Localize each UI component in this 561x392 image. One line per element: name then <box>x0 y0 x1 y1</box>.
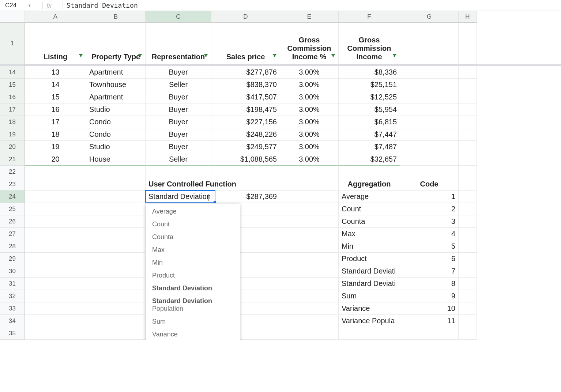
cell-F[interactable]: $25,151 <box>339 79 400 91</box>
cell-H[interactable] <box>459 66 477 79</box>
dropdown-item[interactable]: Count <box>146 218 240 231</box>
row-header-22[interactable]: 22 <box>0 166 25 178</box>
cell-F[interactable]: Standard Deviati <box>339 265 400 278</box>
cell-C[interactable]: Seller <box>146 79 211 91</box>
cell-B[interactable]: Studio <box>86 141 146 153</box>
cell-A[interactable] <box>25 191 86 203</box>
cell-D[interactable]: $1,088,565 <box>211 153 280 166</box>
cell-G[interactable] <box>400 79 459 91</box>
cell-C[interactable]: Buyer <box>146 66 211 79</box>
row-header-14[interactable]: 14 <box>0 66 25 79</box>
cell-D[interactable]: $838,370 <box>211 79 280 91</box>
cell-E[interactable] <box>280 191 339 203</box>
cell-A[interactable] <box>25 178 86 191</box>
cell-A[interactable]: 20 <box>25 153 86 166</box>
dropdown-item[interactable]: Variance <box>146 328 240 340</box>
cell-F[interactable]: Max <box>339 228 400 240</box>
cell-G[interactable]: 8 <box>400 278 459 290</box>
header-cell-E[interactable]: Gross Commission Income % <box>280 23 339 64</box>
cell-E[interactable]: 3.00% <box>280 128 339 141</box>
data-validation-dropdown[interactable]: AverageCountCountaMaxMinProductStandard … <box>146 204 240 340</box>
formula-input[interactable]: Standard Deviation <box>67 1 138 9</box>
cell-C[interactable] <box>146 166 211 178</box>
cell-H[interactable] <box>459 278 477 290</box>
cell-B[interactable]: Studio <box>86 103 146 116</box>
cell-B[interactable] <box>86 166 146 178</box>
cell-F[interactable]: $7,447 <box>339 128 400 141</box>
cell-G[interactable]: 7 <box>400 265 459 278</box>
cell-B[interactable] <box>86 315 146 327</box>
cell-C[interactable]: Buyer <box>146 91 211 103</box>
cell-A[interactable] <box>25 278 86 290</box>
row-header-16[interactable]: 16 <box>0 91 25 103</box>
cell-G[interactable] <box>400 103 459 116</box>
cell-G[interactable] <box>400 66 459 79</box>
cell-H[interactable] <box>459 265 477 278</box>
filter-icon[interactable] <box>78 52 84 60</box>
cell-H[interactable] <box>459 103 477 116</box>
cell-G[interactable]: 4 <box>400 228 459 240</box>
cell-G[interactable]: Code <box>400 178 459 191</box>
cell-H[interactable] <box>459 203 477 215</box>
dropdown-item[interactable]: Standard Deviation <box>146 282 240 295</box>
cell-A[interactable] <box>25 327 86 340</box>
cell-A[interactable] <box>25 166 86 178</box>
cell-D[interactable]: $287,369 <box>211 191 280 203</box>
select-all-corner[interactable] <box>0 11 25 23</box>
cell-G[interactable]: 11 <box>400 315 459 327</box>
cell-F[interactable]: Variance Popula <box>339 315 400 327</box>
row-header-15[interactable]: 15 <box>0 79 25 91</box>
cell-F[interactable]: Counta <box>339 215 400 228</box>
cell-F[interactable]: $12,525 <box>339 91 400 103</box>
row-header-24[interactable]: 24 <box>0 191 25 203</box>
cell-A[interactable]: 16 <box>25 103 86 116</box>
column-header-G[interactable]: G <box>400 11 459 23</box>
cell-E[interactable]: 3.00% <box>280 116 339 128</box>
cell-A[interactable] <box>25 228 86 240</box>
cell-E[interactable] <box>280 302 339 315</box>
header-cell-A[interactable]: Listing <box>25 23 86 64</box>
column-header-F[interactable]: F <box>339 11 400 23</box>
cell-F[interactable]: Min <box>339 240 400 253</box>
filter-icon[interactable] <box>203 52 209 60</box>
cell-E[interactable] <box>280 278 339 290</box>
filter-icon[interactable] <box>272 52 278 60</box>
cell-E[interactable] <box>280 315 339 327</box>
cell-H[interactable] <box>459 228 477 240</box>
cell-H[interactable] <box>459 116 477 128</box>
cell-B[interactable] <box>86 215 146 228</box>
cell-B[interactable]: Apartment <box>86 91 146 103</box>
cell-A[interactable]: 19 <box>25 141 86 153</box>
row-header-19[interactable]: 19 <box>0 128 25 141</box>
row-header-33[interactable]: 33 <box>0 302 25 315</box>
cell-F[interactable]: Average <box>339 191 400 203</box>
cell-F[interactable]: Variance <box>339 302 400 315</box>
cell-H[interactable] <box>459 215 477 228</box>
cell-A[interactable] <box>25 265 86 278</box>
cell-A[interactable] <box>25 203 86 215</box>
cell-B[interactable] <box>86 203 146 215</box>
row-header-25[interactable]: 25 <box>0 203 25 215</box>
cell-H[interactable] <box>459 128 477 141</box>
cell-B[interactable] <box>86 191 146 203</box>
cell-A[interactable]: 14 <box>25 79 86 91</box>
cell-E[interactable]: 3.00% <box>280 91 339 103</box>
cell-G[interactable] <box>400 116 459 128</box>
row-header-28[interactable]: 28 <box>0 240 25 253</box>
cell-E[interactable] <box>280 203 339 215</box>
row-header-26[interactable]: 26 <box>0 215 25 228</box>
cell-A[interactable]: 13 <box>25 66 86 79</box>
row-header-18[interactable]: 18 <box>0 116 25 128</box>
cell-E[interactable] <box>280 240 339 253</box>
cell-C[interactable]: Standard Deviation <box>146 191 211 203</box>
cell-A[interactable]: 15 <box>25 91 86 103</box>
column-header-D[interactable]: D <box>211 11 280 23</box>
dropdown-item[interactable]: Min <box>146 256 240 269</box>
cell-C[interactable]: User Controlled Function <box>146 178 211 191</box>
row-header-20[interactable]: 20 <box>0 141 25 153</box>
cell-A[interactable] <box>25 315 86 327</box>
cell-C[interactable]: Seller <box>146 153 211 166</box>
cell-E[interactable]: 3.00% <box>280 79 339 91</box>
cell-D[interactable]: $227,156 <box>211 116 280 128</box>
cell-G[interactable] <box>400 327 459 340</box>
